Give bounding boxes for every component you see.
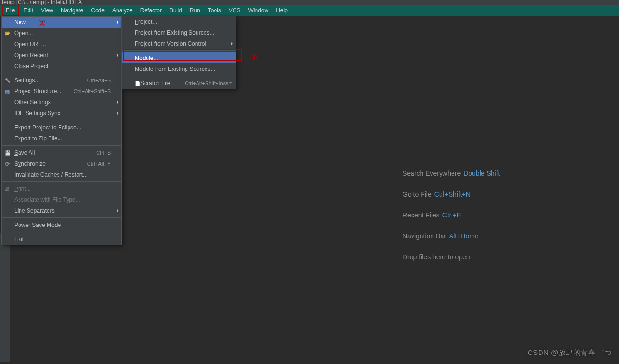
menu-run[interactable]: Run (186, 5, 204, 16)
folder-open-icon (5, 30, 11, 37)
watermark-text: CSDN @放肆的青春 ゛つ (528, 348, 612, 357)
separator (122, 50, 236, 51)
menu-analyze[interactable]: Analyze (108, 5, 137, 16)
menu-vcs[interactable]: VCS (225, 5, 245, 16)
file-print: Print... (2, 183, 121, 194)
menu-bar: File Edit View Navigate Code Analyze Ref… (0, 5, 619, 16)
new-project-vcs[interactable]: Project from Version Control (122, 38, 236, 49)
hint-recent-files: Recent FilesCtrl+E (403, 211, 500, 219)
file-synchronize[interactable]: SynchronizeCtrl+Alt+Y (2, 158, 121, 169)
hint-search-everywhere: Search EverywhereDouble Shift (403, 169, 500, 177)
menu-tools[interactable]: Tools (204, 5, 225, 16)
file-other-settings[interactable]: Other Settings (2, 97, 121, 108)
hint-go-to-file: Go to FileCtrl+Shift+N (403, 190, 500, 198)
chevron-right-icon (231, 42, 233, 46)
tool-window-stripe-left[interactable]: Favorites (0, 233, 10, 362)
menu-navigate[interactable]: Navigate (57, 5, 87, 16)
project-structure-icon (5, 88, 11, 95)
separator (2, 181, 121, 182)
wrench-icon (5, 77, 11, 84)
file-associate: Associate with File Type... (2, 194, 121, 205)
file-export-zip[interactable]: Export to Zip File... (2, 133, 121, 144)
file-exit[interactable]: Exit (2, 234, 121, 245)
file-invalidate-caches[interactable]: Invalidate Caches / Restart... (2, 169, 121, 180)
file-settings[interactable]: Settings...Ctrl+Alt+S (2, 75, 121, 86)
new-submenu: Project... Project from Existing Sources… (122, 16, 236, 89)
chevron-right-icon (117, 20, 118, 24)
new-project-existing[interactable]: Project from Existing Sources... (122, 27, 236, 38)
new-scratch-file[interactable]: Scratch FileCtrl+Alt+Shift+Insert (122, 78, 236, 89)
file-open-url[interactable]: Open URL... (2, 39, 121, 49)
menu-view[interactable]: View (37, 5, 57, 16)
file-save-all[interactable]: Save AllCtrl+S (2, 147, 121, 158)
file-dropdown: New Open... Open URL... Open Recent Clos… (1, 16, 122, 245)
welcome-hints: Search EverywhereDouble Shift Go to File… (403, 169, 500, 274)
new-module-existing[interactable]: Module from Existing Sources... (122, 63, 236, 74)
sync-icon (5, 160, 11, 167)
file-power-save[interactable]: Power Save Mode (2, 219, 121, 230)
separator (2, 73, 121, 73)
file-project-structure[interactable]: Project Structure...Ctrl+Alt+Shift+S (2, 86, 121, 97)
scratch-file-icon (135, 80, 140, 87)
hint-navigation-bar: Navigation BarAlt+Home (403, 232, 500, 240)
save-icon (5, 149, 11, 156)
separator (2, 217, 121, 218)
new-module[interactable]: Module... (122, 52, 236, 63)
menu-file[interactable]: File (2, 5, 19, 16)
favorites-tool-button[interactable]: Favorites (0, 339, 1, 359)
new-project[interactable]: Project... (122, 16, 236, 27)
menu-help[interactable]: Help (272, 5, 292, 16)
chevron-right-icon (117, 100, 118, 104)
separator (2, 145, 121, 146)
menu-code[interactable]: Code (87, 5, 108, 16)
chevron-right-icon (117, 53, 118, 57)
print-icon (5, 186, 11, 192)
file-export-eclipse[interactable]: Export Project to Eclipse... (2, 122, 121, 133)
file-new[interactable]: New (2, 17, 121, 28)
chevron-right-icon (117, 111, 118, 115)
separator (122, 76, 236, 76)
menu-refactor[interactable]: Refactor (137, 5, 166, 16)
file-open[interactable]: Open... (2, 28, 121, 39)
menu-build[interactable]: Build (166, 5, 186, 16)
chevron-right-icon (117, 209, 118, 213)
title-bar: temp [C:\...\temp] - IntelliJ IDEA (0, 0, 619, 5)
separator (2, 120, 121, 120)
hint-drop-files: Drop files here to open (403, 253, 500, 261)
menu-edit[interactable]: Edit (20, 5, 37, 16)
file-line-separators[interactable]: Line Separators (2, 205, 121, 216)
separator (2, 232, 121, 232)
file-ide-settings-sync[interactable]: IDE Settings Sync (2, 108, 121, 118)
file-close-project[interactable]: Close Project (2, 60, 121, 71)
file-open-recent[interactable]: Open Recent (2, 49, 121, 60)
menu-window[interactable]: Window (244, 5, 272, 16)
